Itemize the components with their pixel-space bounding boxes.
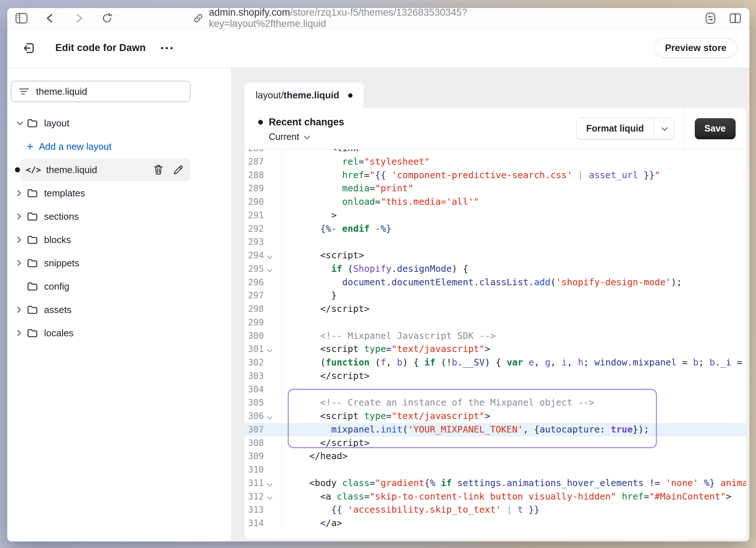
code-line-313[interactable]: 313 {{ 'accessibility.skip_to_text' | t …	[245, 503, 746, 517]
format-options-caret[interactable]	[653, 118, 674, 139]
code-line-293[interactable]: 293	[245, 235, 746, 249]
code-line-304[interactable]: 304	[245, 383, 746, 396]
forward-icon[interactable]	[73, 13, 84, 23]
fold-chevron-icon[interactable]	[267, 347, 273, 353]
code-text: <script type="text/javascript">	[282, 410, 746, 423]
chevron-right-icon[interactable]	[16, 306, 24, 313]
folder-icon	[27, 188, 38, 198]
code-line-303[interactable]: 303 </script>	[245, 369, 746, 383]
sidebar-item-assets[interactable]: assets	[7, 298, 231, 321]
code-line-312[interactable]: 312 <a class="skip-to-content-link butto…	[245, 490, 746, 504]
code-text	[282, 463, 746, 477]
fold-spacer	[267, 508, 273, 513]
line-number: 297	[248, 289, 265, 302]
folder-label: layout	[44, 118, 69, 129]
line-number: 302	[248, 356, 265, 369]
sidebar-item-sections[interactable]: sections	[7, 205, 231, 228]
fold-spacer	[267, 240, 273, 246]
code-line-291[interactable]: 291 >	[245, 209, 746, 222]
exit-editor-icon[interactable]	[22, 41, 36, 55]
code-line-310[interactable]: 310	[245, 463, 746, 477]
gutter-cell: 290	[245, 195, 282, 209]
sidebar-item-config[interactable]: config	[7, 275, 231, 298]
chevron-right-icon[interactable]	[16, 213, 24, 220]
code-line-297[interactable]: 297 }	[245, 289, 746, 302]
gutter-cell: 298	[245, 302, 282, 316]
code-line-298[interactable]: 298 </script>	[245, 302, 746, 316]
page-settings-icon[interactable]	[704, 12, 717, 24]
tab-theme-liquid[interactable]: layout/theme.liquid	[245, 82, 363, 108]
more-actions-icon[interactable]	[161, 47, 173, 49]
code-line-292[interactable]: 292 {%- endif -%}	[245, 222, 746, 236]
delete-file-icon[interactable]	[153, 164, 164, 175]
chevron-right-icon[interactable]	[16, 236, 24, 243]
sidebar-item-locales[interactable]: locales	[7, 321, 231, 345]
code-line-314[interactable]: 314 </a>	[245, 517, 746, 530]
gutter-cell: 307	[245, 423, 282, 437]
filter-icon	[19, 87, 29, 96]
gutter-cell: 308	[245, 437, 282, 450]
chevron-right-icon[interactable]	[16, 329, 24, 337]
fold-spacer	[267, 200, 273, 206]
code-line-286[interactable]: 286 <link	[245, 149, 746, 155]
window-sidebar-icon[interactable]	[15, 13, 28, 24]
code-line-296[interactable]: 296 document.documentElement.classList.a…	[245, 276, 746, 289]
code-text: </a>	[282, 517, 746, 530]
chevron-right-icon[interactable]	[16, 259, 24, 267]
preview-store-button[interactable]: Preview store	[654, 38, 738, 58]
sidebar-item-templates[interactable]: templates	[7, 181, 231, 205]
split-view-icon[interactable]	[729, 13, 741, 24]
selected-file-pill[interactable]: </> theme.liquid	[21, 158, 190, 181]
code-line-289[interactable]: 289 media="print"	[245, 182, 746, 195]
code-text: rel="stylesheet"	[282, 155, 746, 169]
chevron-down-icon[interactable]	[16, 121, 24, 126]
fold-spacer	[267, 159, 273, 165]
format-liquid-button[interactable]: Format liquid	[576, 118, 674, 140]
code-line-290[interactable]: 290 onload="this.media='all'"	[245, 195, 746, 209]
code-line-288[interactable]: 288 href="{{ 'component-predictive-searc…	[245, 169, 746, 182]
code-text: <body class="gradient{% if settings.anim…	[282, 477, 746, 490]
rename-file-icon[interactable]	[173, 164, 184, 175]
version-label: Current	[269, 132, 299, 142]
file-search-input[interactable]: theme.liquid	[11, 81, 190, 102]
add-new-layout-link[interactable]: + Add a new layout	[7, 135, 231, 158]
back-icon[interactable]	[44, 13, 56, 23]
code-line-302[interactable]: 302 (function (f, b) { if (!b.__SV) { va…	[245, 356, 746, 369]
fold-chevron-icon[interactable]	[267, 481, 273, 486]
fold-spacer	[267, 173, 273, 179]
chevron-right-icon[interactable]	[16, 189, 24, 197]
sidebar-item-snippets[interactable]: snippets	[7, 251, 231, 275]
sidebar-item-theme-liquid[interactable]: </> theme.liquid	[7, 158, 231, 181]
address-bar[interactable]: admin.shopify.com/store/rzq1xu-f5/themes…	[193, 8, 564, 28]
save-panel: Save	[684, 108, 746, 149]
line-number: 290	[248, 195, 265, 209]
code-line-311[interactable]: 311 <body class="gradient{% if settings.…	[245, 477, 746, 490]
code-line-307[interactable]: 307 mixpanel.init('YOUR_MIXPANEL_TOKEN',…	[245, 423, 746, 437]
code-line-309[interactable]: 309 </head>	[245, 450, 746, 463]
code-line-300[interactable]: 300 <!-- Mixpanel Javascript SDK -->	[245, 329, 746, 343]
line-number: 300	[248, 329, 265, 343]
reload-icon[interactable]	[101, 12, 113, 24]
code-line-295[interactable]: 295 if (Shopify.designMode) {	[245, 262, 746, 276]
code-line-287[interactable]: 287 rel="stylesheet"	[245, 155, 746, 169]
sidebar-item-blocks[interactable]: blocks	[7, 228, 231, 251]
fold-spacer	[267, 149, 273, 152]
save-button[interactable]: Save	[695, 118, 736, 139]
fold-chevron-icon[interactable]	[267, 253, 273, 259]
code-text	[282, 235, 746, 249]
version-dropdown[interactable]: Current	[269, 132, 576, 142]
sidebar-item-layout[interactable]: layout	[7, 111, 231, 135]
fold-chevron-icon[interactable]	[267, 494, 273, 500]
code-line-294[interactable]: 294 <script>	[245, 249, 746, 262]
code-editor[interactable]: 286 <link287 rel="stylesheet"288 href="{…	[245, 149, 746, 539]
code-line-306[interactable]: 306 <script type="text/javascript">	[245, 410, 746, 423]
code-line-299[interactable]: 299	[245, 316, 746, 329]
code-line-305[interactable]: 305 <!-- Create an instance of the Mixpa…	[245, 396, 746, 410]
line-number: 295	[248, 262, 265, 276]
gutter-cell: 314	[245, 517, 282, 530]
fold-chevron-icon[interactable]	[267, 414, 273, 420]
code-line-308[interactable]: 308 </script>	[245, 437, 746, 450]
line-number: 288	[248, 169, 265, 182]
fold-chevron-icon[interactable]	[267, 266, 273, 272]
code-line-301[interactable]: 301 <script type="text/javascript">	[245, 342, 746, 356]
